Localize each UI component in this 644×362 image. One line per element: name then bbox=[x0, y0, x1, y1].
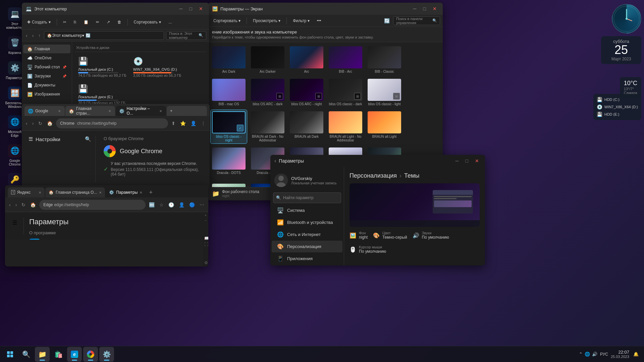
sort-btn[interactable]: Сортировать ▾ bbox=[131, 18, 164, 26]
start-button[interactable] bbox=[3, 347, 17, 362]
edge-tab-main-close[interactable]: ✕ bbox=[99, 191, 102, 194]
settings-close-btn[interactable]: ✕ bbox=[473, 158, 481, 164]
chrome-tab-settings[interactable]: ⚙️ Настройки – О... ✕ bbox=[116, 106, 166, 116]
wallpaper-close-btn[interactable]: ✕ bbox=[431, 5, 439, 12]
edge-copilot-btn[interactable]: 🔵 bbox=[188, 201, 196, 209]
chrome-tab-main-close[interactable]: ✕ bbox=[108, 109, 112, 114]
explorer-search-box[interactable]: Поиск в: Этот компьютер 🔍 bbox=[166, 31, 206, 40]
settings-min-btn[interactable]: ─ bbox=[453, 158, 461, 164]
explorer-max-btn[interactable]: □ bbox=[187, 5, 194, 12]
chrome-bookmark-btn[interactable]: ⭐ bbox=[179, 119, 187, 127]
sidebar-documents[interactable]: 📄 Документы bbox=[23, 81, 70, 89]
address-bar[interactable]: 🏠 Этот компьютер ▾ 🔄 bbox=[44, 31, 164, 40]
explorer-taskbar-btn[interactable]: 📁 bbox=[35, 347, 50, 362]
chrome-refresh-btn[interactable]: ↻ bbox=[37, 119, 44, 127]
settings-nav-bluetooth[interactable]: 📶 Bluetooth и устройства bbox=[272, 217, 342, 228]
wp-refresh-btn[interactable]: 🔄 bbox=[383, 17, 391, 25]
sidebar-onedrive[interactable]: ☁️ OneDrive bbox=[23, 54, 70, 62]
wallpaper-minus-btn[interactable]: ─ bbox=[411, 5, 419, 12]
wp-braun-alt-dark-no[interactable]: BRAUN alt Dark - No Addressbar bbox=[250, 110, 286, 143]
notification-btn[interactable]: 🔔 bbox=[632, 350, 640, 358]
edge-tab-settings[interactable]: ⚙️ Параметры ✕ bbox=[106, 187, 146, 197]
chrome-tab-google[interactable]: 🌐 Google ✕ bbox=[24, 106, 65, 116]
chrome-tab-google-close[interactable]: ✕ bbox=[57, 109, 61, 114]
chrome-settings-search-icon[interactable]: 🔍 bbox=[85, 136, 91, 142]
cut-btn[interactable]: ✂ bbox=[60, 18, 69, 26]
edge-home-btn[interactable]: 🏠 bbox=[29, 201, 37, 209]
settings-nav-apps[interactable]: 📱 Приложения bbox=[272, 253, 342, 264]
edge-forward-btn[interactable]: › bbox=[14, 201, 18, 209]
chrome-taskbar-btn[interactable] bbox=[83, 347, 98, 362]
sidebar-downloads[interactable]: ⬇️ Загрузки 📌 bbox=[23, 72, 70, 80]
edge-profile-btn[interactable]: 👤 bbox=[177, 201, 186, 209]
sidebar-home[interactable]: 🏠 Главная bbox=[23, 45, 70, 53]
wallpaper-max-btn[interactable]: □ bbox=[421, 5, 428, 12]
wp-search-box[interactable]: Поиск в панели управления 🔍 bbox=[393, 16, 440, 25]
edge-settings-menu-icon[interactable]: ☰ bbox=[12, 219, 23, 227]
wp-bliss-arc-dark[interactable]: ⊞ bliss OS ARC - dark bbox=[250, 77, 286, 107]
edge-history-btn[interactable]: 🕐 bbox=[167, 201, 175, 209]
settings-max-btn[interactable]: □ bbox=[464, 158, 470, 164]
edge-settings-gear[interactable]: ⚙ bbox=[204, 260, 208, 266]
settings-taskbar-btn[interactable]: ⚙️ bbox=[99, 347, 114, 362]
wp-arc[interactable]: Arc bbox=[288, 45, 325, 75]
wp-filter-btn[interactable]: Фильтр ▾ bbox=[290, 17, 312, 24]
edge-fullscreen-btn[interactable]: ⛶ bbox=[204, 241, 208, 247]
edge-back-btn[interactable]: ‹ bbox=[8, 201, 12, 209]
chrome-url-box[interactable]: Chrome chrome://settings/help bbox=[56, 118, 168, 128]
edge-tab-settings-close[interactable]: ✕ bbox=[140, 191, 142, 194]
wp-everblush-min-light[interactable]: Everblush - MIN - light bbox=[211, 182, 247, 187]
volume-tray-icon[interactable]: 🔊 bbox=[592, 352, 597, 357]
paste-btn[interactable]: 📋 bbox=[81, 18, 91, 26]
settings-search[interactable]: 🔍 Найти параметр bbox=[273, 192, 341, 203]
delete-btn[interactable]: 🗑 bbox=[115, 18, 124, 26]
sidebar-desktop[interactable]: 🖥️ Рабочий стол 📌 bbox=[23, 63, 70, 71]
language-indicator[interactable]: РУС bbox=[600, 352, 608, 357]
chevron-up-icon[interactable]: ⌃ bbox=[579, 352, 583, 357]
explorer-minus-btn[interactable]: ─ bbox=[177, 5, 185, 12]
up-btn[interactable]: ↑ bbox=[37, 32, 42, 40]
new-btn[interactable]: ✚ Создать ▾ bbox=[24, 18, 53, 26]
wp-braun-alt-light[interactable]: BRAUN alt Light bbox=[366, 110, 402, 143]
edge-tab-yandex-close[interactable]: ✕ bbox=[39, 191, 41, 194]
wp-bib-classic[interactable]: BIB - Classic bbox=[366, 45, 402, 75]
settings-back-btn[interactable]: ‹ bbox=[274, 158, 276, 164]
edge-zoom-minus[interactable]: − bbox=[204, 218, 208, 223]
settings-nav-network[interactable]: 🌐 Сеть и Интернет bbox=[272, 229, 342, 240]
edge-tab-main[interactable]: 🏠 Главная страница О... ✕ bbox=[45, 187, 105, 197]
edge-fav-btn[interactable]: ☆ bbox=[158, 201, 165, 209]
edge-read-mode[interactable]: 📖 bbox=[204, 235, 208, 241]
settings-nav-sistema[interactable]: 🖥️ Система bbox=[272, 204, 342, 216]
explorer-close-btn[interactable]: ✕ bbox=[197, 5, 205, 12]
wp-braun-alt-light-no[interactable]: BRAUN alt Light - No Addressbar bbox=[327, 110, 364, 143]
wp-view-btn[interactable]: Просмотреть ▾ bbox=[250, 17, 283, 24]
disk-e[interactable]: 💾 Локальный диск (E:) 70,9 ГБ свободно и… bbox=[76, 82, 127, 107]
edge-translate-btn[interactable]: 🔤 bbox=[148, 201, 156, 209]
chrome-menu-btn[interactable]: ⋮ bbox=[200, 119, 207, 127]
wp-bib-mac[interactable]: BIB - mac OS bbox=[211, 77, 247, 107]
chrome-tab-settings-close[interactable]: ✕ bbox=[159, 109, 163, 114]
network-tray-icon[interactable]: 🌐 bbox=[585, 352, 590, 357]
chrome-home-btn[interactable]: 🏠 bbox=[46, 119, 54, 127]
wp-sort-btn[interactable]: Сортировать ▾ bbox=[211, 17, 243, 24]
edge-taskbar-btn[interactable]: e bbox=[67, 347, 82, 362]
forward-btn[interactable]: › bbox=[31, 32, 35, 40]
wp-bliss-classic-dark[interactable]: ⊞ bliss OS classic - dark bbox=[327, 77, 364, 107]
rename-btn[interactable]: ✏ bbox=[93, 18, 102, 26]
chrome-extensions-btn[interactable]: ⬆ bbox=[170, 119, 177, 127]
edge-refresh-btn[interactable]: ↻ bbox=[20, 201, 27, 209]
edge-tab-yandex[interactable]: 🅈 Яндекс ✕ bbox=[8, 187, 45, 197]
wp-bliss-classic-light[interactable]: ⊞ bliss OS classic - light bbox=[366, 77, 402, 107]
wp-more-btn[interactable]: ••• bbox=[314, 17, 324, 24]
taskbar-clock[interactable]: 22:07 25.03.2023 bbox=[611, 350, 629, 359]
share-btn[interactable]: ↗ bbox=[104, 18, 113, 26]
wp-bib-arc[interactable]: BIB - Arc bbox=[327, 45, 364, 75]
wp-braun-alt-dark[interactable]: BRAUN alt Dark bbox=[288, 110, 325, 143]
sidebar-pictures[interactable]: 🖼️ Изображения bbox=[23, 90, 70, 99]
wp-arc-darker[interactable]: Arc Darker bbox=[250, 45, 286, 75]
wp-bliss-classic-night[interactable]: ✓ bliss OS classic - night bbox=[211, 110, 247, 143]
edge-zoom-plus[interactable]: + bbox=[204, 213, 208, 218]
disk-c[interactable]: 💾 Локальный диск (C:) 74,5 ГБ свободно и… bbox=[76, 55, 128, 79]
chrome-forward-btn[interactable]: › bbox=[31, 119, 35, 127]
more-btn[interactable]: ... bbox=[166, 18, 174, 26]
